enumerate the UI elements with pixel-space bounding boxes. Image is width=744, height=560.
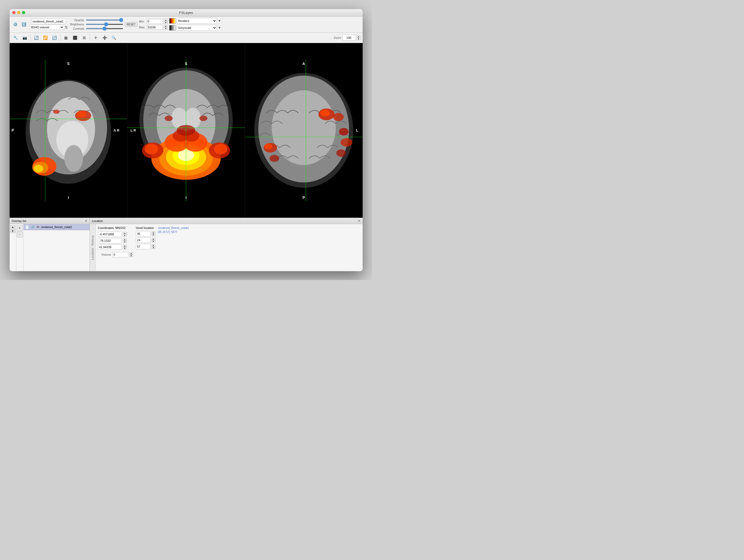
- svg-text:I: I: [186, 195, 187, 200]
- svg-point-56: [264, 143, 272, 149]
- render1-swatch[interactable]: [169, 18, 176, 24]
- mode2-tool[interactable]: 🔁: [41, 34, 49, 42]
- axial-panel[interactable]: A P L: [245, 43, 362, 218]
- brightness-slider[interactable]: [86, 24, 123, 25]
- svg-point-52: [339, 128, 349, 135]
- overlay-list-title: Overlay list: [12, 219, 26, 223]
- voxel-y-input[interactable]: [136, 237, 151, 243]
- wrench-tool[interactable]: 🔧: [12, 34, 20, 42]
- traffic-lights: [12, 11, 25, 14]
- svg-point-53: [341, 138, 352, 147]
- reset-button[interactable]: RESET: [125, 22, 138, 27]
- multi-tool[interactable]: ⊞: [80, 34, 88, 42]
- render1-select[interactable]: Render1: [177, 18, 217, 24]
- svg-point-51: [333, 113, 344, 121]
- zoom-down-button[interactable]: ▼: [357, 38, 361, 40]
- add-tool[interactable]: ➕: [101, 34, 109, 42]
- slider-group: Opacity Brightness Contrast: [70, 18, 123, 30]
- location-close[interactable]: ✕: [358, 219, 361, 223]
- overlay-down-arrow[interactable]: ▼: [10, 229, 15, 233]
- overlay-add-button[interactable]: +: [17, 225, 23, 231]
- overlay-arrow-controls: ▲ ▼: [10, 224, 16, 271]
- overlay-remove-button[interactable]: -: [17, 232, 23, 237]
- tool-separator-2: [60, 35, 61, 41]
- contrast-slider[interactable]: [86, 28, 123, 29]
- file-icon: 📄: [25, 225, 29, 229]
- overlay-name-input[interactable]: [31, 19, 66, 24]
- window-title: FSLeyes: [179, 11, 193, 15]
- voxel-z-up[interactable]: ▲: [152, 244, 155, 247]
- close-button[interactable]: [12, 11, 15, 14]
- opacity-slider[interactable]: [86, 20, 123, 21]
- settings-button[interactable]: ⚙️: [12, 21, 19, 28]
- svg-point-30: [145, 144, 158, 154]
- greyscale-swatch[interactable]: [169, 25, 176, 31]
- render1-arrow: ▼: [218, 19, 221, 23]
- search-tool[interactable]: 🔍: [110, 34, 118, 42]
- max-down-button[interactable]: ▼: [164, 27, 168, 30]
- volume-type-select[interactable]: 3D/4D volume: [29, 25, 64, 30]
- svg-point-54: [336, 149, 346, 157]
- location-tab-label: Location: [91, 248, 94, 260]
- minimize-button[interactable]: [17, 11, 20, 14]
- location-title: Location: [92, 219, 103, 223]
- overlay-list-close[interactable]: ✕: [85, 219, 87, 223]
- greyscale-select[interactable]: Greyscale: [177, 25, 217, 31]
- volume-input[interactable]: [112, 252, 128, 257]
- location-sidebar: History Location: [90, 224, 96, 271]
- coronal-panel[interactable]: S I L R: [127, 43, 245, 218]
- mode3-tool[interactable]: 🔃: [50, 34, 59, 42]
- coord-x-up[interactable]: ▲: [123, 232, 127, 234]
- split-tool[interactable]: ⬛: [71, 34, 79, 42]
- coord-z-input[interactable]: [98, 245, 122, 250]
- contrast-label: Contrast: [70, 27, 84, 30]
- volume-down[interactable]: ▼: [129, 255, 133, 257]
- maximize-button[interactable]: [22, 11, 25, 14]
- camera-tool[interactable]: 📷: [21, 34, 29, 42]
- max-input[interactable]: [147, 25, 163, 30]
- voxel-y-up[interactable]: ▲: [152, 238, 155, 240]
- min-up-button[interactable]: ▲: [164, 19, 168, 22]
- info-button[interactable]: ℹ️: [20, 21, 28, 28]
- info-overlay-name[interactable]: rendered_thresh_zstat1: [158, 226, 189, 229]
- brightness-label: Brightness: [70, 23, 84, 26]
- main-window: FSLeyes ⚙️ ℹ️ 3D/4D volume ⇅ Opacity: [10, 9, 363, 271]
- min-input[interactable]: [147, 19, 163, 24]
- svg-point-50: [321, 109, 330, 116]
- bottom-area: Overlay list ✕ ▲ ▼ + - 📄 🔗 👁 re: [10, 218, 363, 271]
- overlay-item[interactable]: 📄 🔗 👁 rendered_thresh_zstat1: [24, 224, 89, 230]
- voxel-x-down[interactable]: ▼: [152, 234, 155, 236]
- zoom-up-button[interactable]: ▲: [357, 35, 361, 38]
- voxel-x-up[interactable]: ▲: [152, 231, 155, 234]
- voxel-x-input[interactable]: [136, 231, 151, 236]
- mode1-tool[interactable]: 🔄: [32, 34, 40, 42]
- voxel-z-down[interactable]: ▼: [152, 247, 155, 249]
- voxel-z-input[interactable]: [136, 244, 151, 249]
- coord-x-down[interactable]: ▼: [123, 234, 127, 237]
- svg-point-48: [272, 90, 336, 165]
- sagittal-panel[interactable]: S I P A R: [10, 43, 127, 218]
- overlay-list-panel: Overlay list ✕ ▲ ▼ + - 📄 🔗 👁 re: [10, 218, 90, 271]
- svg-point-32: [214, 144, 227, 154]
- colormap-area: Render1 ▼ Greyscale ▼: [169, 18, 221, 31]
- svg-text:L: L: [356, 128, 358, 133]
- min-down-button[interactable]: ▼: [164, 22, 168, 24]
- overlay-up-arrow[interactable]: ▲: [10, 225, 15, 229]
- brain-viewer[interactable]: S I P A R: [10, 43, 363, 218]
- zoom-input[interactable]: [342, 35, 356, 41]
- max-up-button[interactable]: ▲: [164, 25, 168, 27]
- minmax-group: Min. ▲ ▼ Max. ▲ ▼: [139, 19, 168, 30]
- volume-up[interactable]: ▲: [129, 252, 133, 255]
- crosshair-tool[interactable]: ✛: [92, 34, 100, 42]
- voxel-y-down[interactable]: ▼: [152, 240, 155, 242]
- overlay-name-section: 3D/4D volume ⇅: [29, 19, 68, 30]
- grid-tool[interactable]: ▦: [62, 34, 70, 42]
- coord-y-up[interactable]: ▲: [123, 238, 127, 241]
- coord-y-input[interactable]: [98, 238, 122, 244]
- coord-y-down[interactable]: ▼: [123, 241, 127, 243]
- coord-x-input[interactable]: [98, 232, 122, 237]
- coord-z-down[interactable]: ▼: [123, 247, 127, 250]
- coord-z-up[interactable]: ▲: [123, 245, 127, 247]
- svg-point-11: [53, 109, 60, 114]
- svg-point-38: [165, 115, 173, 121]
